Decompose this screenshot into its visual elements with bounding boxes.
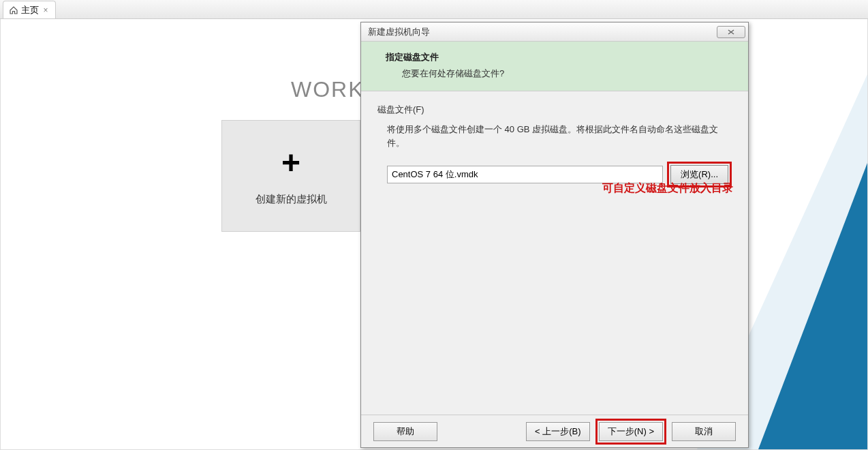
main-content: WORK + 创建新的虚拟机 新建虚拟机向导 指定磁盘文件 您要在何处存储磁盘文… bbox=[0, 19, 868, 450]
create-vm-label: 创建新的虚拟机 bbox=[255, 193, 327, 206]
cancel-button[interactable]: 取消 bbox=[672, 422, 736, 441]
dialog-body: 磁盘文件(F) 将使用多个磁盘文件创建一个 40 GB 虚拟磁盘。将根据此文件名… bbox=[361, 91, 748, 415]
create-vm-tile[interactable]: + 创建新的虚拟机 bbox=[221, 120, 360, 232]
close-icon[interactable]: × bbox=[42, 6, 50, 14]
home-icon bbox=[9, 5, 18, 15]
dialog-header: 指定磁盘文件 您要在何处存储磁盘文件? bbox=[361, 42, 748, 91]
new-vm-wizard-dialog: 新建虚拟机向导 指定磁盘文件 您要在何处存储磁盘文件? 磁盘文件(F) 将使用多… bbox=[360, 22, 749, 448]
dialog-titlebar[interactable]: 新建虚拟机向导 bbox=[361, 22, 748, 42]
highlight-annotation: 下一步(N) > bbox=[595, 419, 666, 445]
disk-file-label: 磁盘文件(F) bbox=[377, 104, 732, 116]
disk-description: 将使用多个磁盘文件创建一个 40 GB 虚拟磁盘。将根据此文件名自动命名这些磁盘… bbox=[387, 123, 732, 149]
dialog-header-subtitle: 您要在何处存储磁盘文件? bbox=[402, 68, 737, 80]
workstation-logo-text: WORK bbox=[291, 77, 365, 102]
annotation-text: 可自定义磁盘文件放入目录 bbox=[602, 181, 733, 196]
tab-label: 主页 bbox=[21, 4, 39, 16]
plus-icon: + bbox=[281, 147, 300, 179]
dialog-title: 新建虚拟机向导 bbox=[368, 26, 430, 38]
help-button[interactable]: 帮助 bbox=[373, 422, 437, 441]
next-button[interactable]: 下一步(N) > bbox=[599, 422, 663, 441]
tab-home[interactable]: 主页 × bbox=[3, 1, 56, 18]
background-decoration bbox=[758, 163, 867, 449]
dialog-footer: 帮助 < 上一步(B) 下一步(N) > 取消 bbox=[361, 415, 748, 447]
dialog-header-title: 指定磁盘文件 bbox=[386, 51, 737, 63]
dialog-close-button[interactable] bbox=[717, 26, 745, 38]
back-button[interactable]: < 上一步(B) bbox=[526, 422, 590, 441]
tab-bar: 主页 × bbox=[0, 0, 868, 19]
